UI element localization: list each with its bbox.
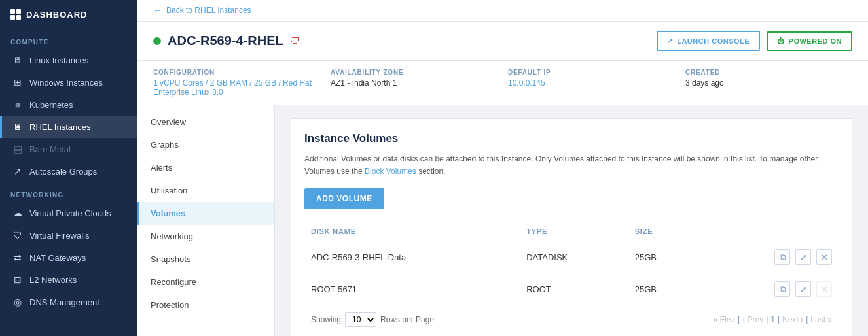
az-label: AVAILABILITY ZONE [331, 69, 497, 76]
power-icon: ⏻ [777, 37, 785, 45]
rhel-icon: 🖥 [12, 122, 23, 132]
launch-icon: ↗ [667, 37, 674, 45]
size-cell: 25GB [628, 241, 698, 273]
shield-icon: 🛡 [290, 35, 300, 47]
sidebar-item-label: L2 Networks [29, 275, 77, 285]
created-meta: CREATED 3 days ago [685, 69, 852, 97]
current-page: 1 [770, 315, 775, 324]
sidebar-item-label: Windows Instances [29, 78, 103, 88]
sidebar-item-label: DNS Management [29, 297, 99, 307]
copy-button[interactable]: ⧉ [774, 249, 790, 265]
rows-per-page: Showing 10 25 50 Rows per Page [311, 312, 434, 327]
next-page-button[interactable]: Next › [782, 315, 803, 324]
powered-on-button[interactable]: ⏻ POWERED ON [767, 31, 852, 51]
table-body: ADC-R569-3-RHEL-Data DATADISK 25GB ⧉ ⤢ ✕… [304, 241, 839, 305]
configuration-meta: CONFIGURATION 1 vCPU Cores / 2 GB RAM / … [153, 69, 320, 97]
created-label: CREATED [685, 69, 852, 76]
launch-console-label: LAUNCH CONSOLE [677, 37, 750, 45]
delete-button[interactable]: ✕ [816, 249, 832, 265]
sidebar-logo: DASHBOARD [0, 0, 137, 29]
sidebar-item-rhel-instances[interactable]: 🖥 RHEL Instances [0, 116, 137, 138]
nat-icon: ⇄ [12, 252, 23, 263]
ip-value: 10.0.0.145 [508, 78, 675, 88]
sidebar-item-kubernetes[interactable]: ⎈ Kubernetes [0, 93, 137, 116]
sidebar-item-label: Virtual Private Clouds [29, 209, 111, 218]
nav-item-volumes[interactable]: Volumes [137, 202, 274, 225]
panel-card: Instance Volumes Additional Volumes or d… [291, 118, 852, 336]
instance-title: ADC-R569-4-RHEL 🛡 [153, 33, 300, 48]
firewall-icon: 🛡 [12, 230, 23, 241]
panel-description: Additional Volumes or data disks can be … [304, 153, 839, 178]
default-ip-meta: DEFAULT IP 10.0.0.145 [508, 69, 675, 97]
block-volumes-link[interactable]: Block Volumes [365, 167, 416, 176]
col-type: TYPE [520, 222, 628, 241]
topbar: ← Back to RHEL Instances [137, 0, 868, 22]
actions-cell: ⧉ ⤢ ✕ [698, 241, 839, 273]
actions-cell: ⧉ ⤢ ✕ [698, 273, 839, 305]
size-cell: 25GB [628, 273, 698, 305]
dashboard-icon [10, 9, 21, 20]
sidebar-item-l2-networks[interactable]: ⊟ L2 Networks [0, 269, 137, 291]
instance-left-nav: Overview Graphs Alerts Utilisation Volum… [137, 105, 275, 336]
breadcrumb[interactable]: ← Back to RHEL Instances [153, 5, 852, 16]
showing-label: Showing [311, 315, 341, 324]
sidebar-logo-text: DASHBOARD [26, 10, 88, 20]
add-volume-button[interactable]: ADD VOLUME [304, 188, 384, 209]
col-actions [698, 222, 839, 241]
windows-icon: ⊞ [12, 77, 23, 88]
type-cell: ROOT [520, 273, 628, 305]
first-page-button[interactable]: « First [714, 315, 735, 324]
nav-item-alerts[interactable]: Alerts [137, 156, 274, 179]
sidebar-item-dns-management[interactable]: ◎ DNS Management [0, 291, 137, 313]
separator3: | [778, 315, 780, 324]
last-page-button[interactable]: Last » [810, 315, 832, 324]
sidebar-item-label: RHEL Instances [29, 122, 90, 132]
expand-button[interactable]: ⤢ [795, 281, 811, 297]
sidebar-item-autoscale-groups[interactable]: ↗ Autoscale Groups [0, 160, 137, 182]
sidebar-item-linux-instances[interactable]: 🖥 Linux Instances [0, 49, 137, 71]
nav-item-overview[interactable]: Overview [137, 110, 274, 133]
sidebar-item-label: Virtual Firewalls [29, 231, 90, 241]
prev-page-button[interactable]: ‹ Prev [742, 315, 763, 324]
created-value: 3 days ago [685, 78, 852, 88]
nav-item-protection[interactable]: Protection [137, 294, 274, 316]
nav-item-graphs[interactable]: Graphs [137, 133, 274, 156]
sidebar-item-nat-gateways[interactable]: ⇄ NAT Gateways [0, 246, 137, 269]
volumes-panel: Instance Volumes Additional Volumes or d… [275, 105, 868, 336]
autoscale-icon: ↗ [12, 166, 23, 176]
instance-meta: CONFIGURATION 1 vCPU Cores / 2 GB RAM / … [137, 61, 868, 105]
sidebar-item-virtual-firewalls[interactable]: 🛡 Virtual Firewalls [0, 224, 137, 246]
nav-item-reconfigure[interactable]: Reconfigure [137, 271, 274, 294]
nav-item-snapshots[interactable]: Snapshots [137, 248, 274, 271]
status-indicator [153, 37, 161, 45]
sidebar-item-windows-instances[interactable]: ⊞ Windows Instances [0, 71, 137, 93]
header-buttons: ↗ LAUNCH CONSOLE ⏻ POWERED ON [657, 31, 852, 51]
nav-item-utilisation[interactable]: Utilisation [137, 179, 274, 202]
sidebar-item-label: Autoscale Groups [29, 167, 97, 176]
breadcrumb-text: Back to RHEL Instances [166, 6, 251, 15]
expand-button[interactable]: ⤢ [795, 249, 811, 265]
sidebar: DASHBOARD COMPUTE 🖥 Linux Instances ⊞ Wi… [0, 0, 137, 336]
panel-desc-suffix: section. [418, 167, 445, 176]
sidebar-item-label: Bare Metal [29, 144, 71, 154]
rows-per-page-select[interactable]: 10 25 50 [345, 312, 376, 327]
volumes-table: DISK NAME TYPE SIZE ADC-R569-3-RHEL-Data… [304, 222, 839, 305]
launch-console-button[interactable]: ↗ LAUNCH CONSOLE [657, 31, 760, 51]
powered-on-label: POWERED ON [789, 37, 842, 45]
vpc-icon: ☁ [12, 208, 23, 218]
table-row: ROOT-5671 ROOT 25GB ⧉ ⤢ ✕ [304, 273, 839, 305]
table-row: ADC-R569-3-RHEL-Data DATADISK 25GB ⧉ ⤢ ✕ [304, 241, 839, 273]
availability-zone-meta: AVAILABILITY ZONE AZ1 - India North 1 [331, 69, 497, 97]
copy-button[interactable]: ⧉ [774, 281, 790, 297]
pagination-controls: « First | ‹ Prev | 1 | Next › | Last » [714, 315, 832, 324]
sidebar-item-label: Kubernetes [29, 100, 73, 110]
l2-icon: ⊟ [12, 275, 23, 285]
disk-name-cell: ROOT-5671 [304, 273, 520, 305]
nav-item-networking[interactable]: Networking [137, 225, 274, 248]
instance-name: ADC-R569-4-RHEL [168, 33, 283, 48]
sidebar-item-label: NAT Gateways [29, 253, 86, 263]
bare-metal-icon: ▤ [12, 144, 23, 154]
linux-icon: 🖥 [12, 55, 23, 65]
instance-header: ADC-R569-4-RHEL 🛡 ↗ LAUNCH CONSOLE ⏻ POW… [137, 22, 868, 61]
sidebar-item-vpc[interactable]: ☁ Virtual Private Clouds [0, 202, 137, 224]
